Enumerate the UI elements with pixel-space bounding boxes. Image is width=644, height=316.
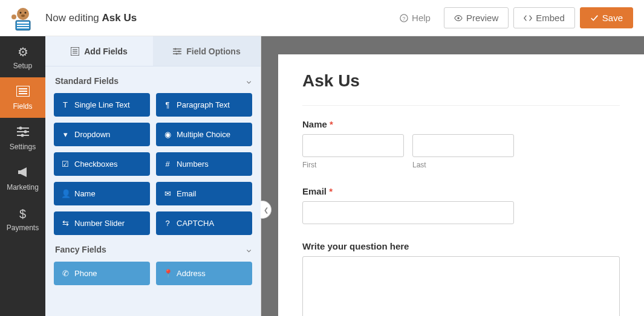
svg-point-17 <box>19 127 22 130</box>
tab-add-fields[interactable]: Add Fields <box>45 36 153 66</box>
field-numbers[interactable]: #Numbers <box>156 152 252 176</box>
sidebar-item-setup[interactable]: ⚙ Setup <box>0 36 45 77</box>
field-paragraph-text[interactable]: ¶Paragraph Text <box>156 93 252 117</box>
last-name-input[interactable] <box>412 134 514 157</box>
svg-point-27 <box>175 48 177 50</box>
top-bar: Now editing Ask Us ? Help Preview Embed … <box>0 0 644 36</box>
field-captcha[interactable]: ?CAPTCHA <box>156 211 252 235</box>
first-name-input[interactable] <box>302 134 404 157</box>
check-icon <box>590 14 599 22</box>
save-button[interactable]: Save <box>580 7 633 28</box>
form-title: Ask Us <box>302 71 620 106</box>
dollar-icon: $ <box>19 207 26 221</box>
pin-icon: 📍 <box>163 269 172 278</box>
field-label: Name * <box>302 119 620 129</box>
field-email[interactable]: Email * <box>302 186 620 224</box>
envelope-icon: ✉ <box>163 189 172 198</box>
radio-icon: ◉ <box>163 130 172 139</box>
sidebar-item-fields[interactable]: Fields <box>0 77 45 118</box>
svg-point-3 <box>21 15 25 17</box>
code-icon <box>524 14 532 22</box>
tab-field-options[interactable]: Field Options <box>153 36 261 66</box>
fields-panel: Add Fields Field Options Standard Fields… <box>45 36 261 316</box>
svg-point-0 <box>17 8 29 20</box>
field-email[interactable]: ✉Email <box>156 182 252 205</box>
sidebar-item-payments[interactable]: $ Payments <box>0 199 45 239</box>
user-icon: 👤 <box>61 189 70 198</box>
question-textarea[interactable] <box>302 256 620 316</box>
svg-point-19 <box>24 131 27 134</box>
svg-point-2 <box>24 11 26 13</box>
preview-button[interactable]: Preview <box>444 7 509 28</box>
svg-point-11 <box>457 17 460 19</box>
required-mark: * <box>329 186 333 196</box>
email-input[interactable] <box>302 201 514 224</box>
sidebar-item-settings[interactable]: Settings <box>0 118 45 158</box>
svg-point-29 <box>178 50 180 52</box>
megaphone-icon <box>17 167 29 181</box>
field-options-icon <box>173 47 181 56</box>
field-number-slider[interactable]: ⇆Number Slider <box>54 211 150 235</box>
sidebar-item-marketing[interactable]: Marketing <box>0 158 45 199</box>
field-dropdown[interactable]: ▾Dropdown <box>54 123 150 146</box>
embed-button[interactable]: Embed <box>513 7 575 28</box>
gear-icon: ⚙ <box>18 45 28 59</box>
add-fields-icon <box>71 47 79 56</box>
editing-title: Now editing Ask Us <box>45 12 137 24</box>
hash-icon: # <box>163 160 172 169</box>
svg-point-1 <box>19 11 21 13</box>
field-label: Email * <box>302 186 620 196</box>
eye-icon <box>454 14 463 22</box>
field-multiple-choice[interactable]: ◉Multiple Choice <box>156 123 252 146</box>
svg-rect-6 <box>17 25 29 26</box>
phone-icon: ✆ <box>61 269 70 278</box>
svg-point-31 <box>176 53 178 54</box>
svg-text:?: ? <box>403 15 406 21</box>
checkbox-icon: ☑ <box>61 160 70 169</box>
logo-icon <box>10 5 36 31</box>
slider-icon: ⇆ <box>61 219 70 228</box>
section-header-standard[interactable]: Standard Fields ⌵ <box>54 66 252 93</box>
paragraph-icon: ¶ <box>163 100 172 109</box>
field-label: Write your question here <box>302 241 620 251</box>
logo <box>0 0 45 36</box>
chevron-down-icon: ⌵ <box>247 245 251 254</box>
captcha-icon: ? <box>163 219 172 228</box>
help-icon: ? <box>400 14 408 22</box>
help-link[interactable]: ? Help <box>391 8 439 28</box>
field-single-line-text[interactable]: TSingle Line Text <box>54 93 150 117</box>
form-canvas: Ask Us Name * First Last Email * <box>278 54 644 316</box>
svg-rect-5 <box>17 22 29 24</box>
section-header-fancy[interactable]: Fancy Fields ⌵ <box>54 235 252 262</box>
field-checkboxes[interactable]: ☑Checkboxes <box>54 152 150 176</box>
preview-area: ❮ Ask Us Name * First Last Email <box>261 36 644 316</box>
svg-point-8 <box>11 15 16 19</box>
svg-point-21 <box>21 134 24 137</box>
field-name[interactable]: Name * First Last <box>302 119 620 169</box>
field-question[interactable]: Write your question here <box>302 241 620 316</box>
chevron-down-icon: ⌵ <box>247 77 251 85</box>
field-name[interactable]: 👤Name <box>54 182 150 205</box>
chevron-left-icon: ❮ <box>264 207 268 213</box>
last-sublabel: Last <box>412 161 514 169</box>
dropdown-icon: ▾ <box>61 130 70 139</box>
sliders-icon <box>17 126 29 140</box>
sidebar: ⚙ Setup Fields Settings Marketing $ Paym… <box>0 36 45 316</box>
text-icon: T <box>61 100 70 109</box>
field-address[interactable]: 📍Address <box>156 262 252 285</box>
required-mark: * <box>330 119 333 129</box>
form-icon <box>16 86 30 100</box>
svg-rect-7 <box>17 27 29 28</box>
first-sublabel: First <box>302 161 404 169</box>
field-phone[interactable]: ✆Phone <box>54 262 150 285</box>
collapse-panel-button[interactable]: ❮ <box>261 201 272 219</box>
